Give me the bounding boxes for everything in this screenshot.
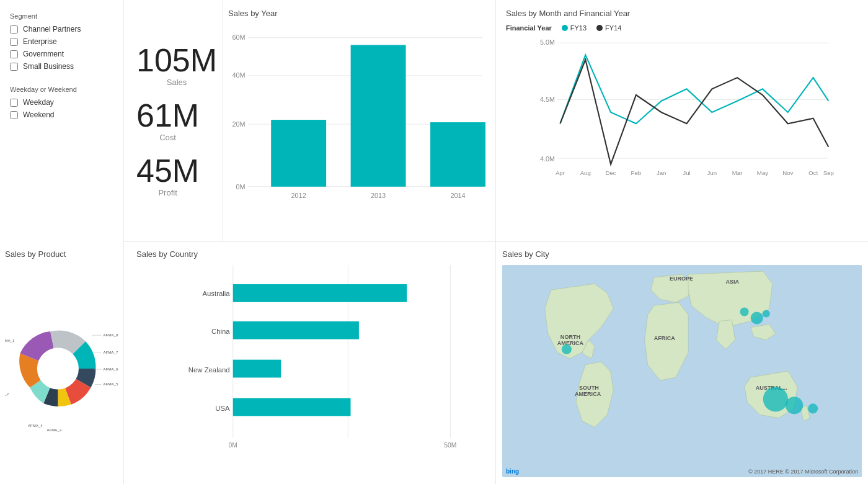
filter-enterprise[interactable]: Enterprise — [10, 37, 113, 46]
svg-text:China: China — [211, 328, 230, 335]
svg-text:AFRICA: AFRICA — [654, 335, 676, 341]
svg-text:0M: 0M — [229, 442, 237, 449]
bar-2012[interactable] — [271, 120, 326, 187]
checkbox-small-business[interactable] — [10, 63, 18, 71]
kpi-cost-label: Cost — [136, 133, 199, 142]
svg-text:Jun: Jun — [707, 169, 717, 176]
legend-dot-fy14 — [596, 25, 603, 31]
checkbox-channel-partners[interactable] — [10, 25, 18, 34]
dashboard: Segment Channel Partners Enterprise Gove… — [0, 0, 868, 489]
svg-text:Oct: Oct — [808, 169, 818, 176]
sales-by-year-chart: 60M 40M 20M 0M 2012 2013 2014 — [228, 24, 485, 223]
svg-text:SOUTH: SOUTH — [579, 385, 599, 391]
weekday-title: Weekday or Weekend — [10, 86, 113, 93]
kpi-profit: 45M Profit — [136, 155, 199, 197]
city-bubble-asia2[interactable] — [751, 312, 763, 324]
city-bubble-na[interactable] — [562, 344, 572, 354]
map-credits: © 2017 HERE © 2017 Microsoft Corporation — [748, 469, 858, 475]
sales-by-product-title: Sales by Product — [5, 249, 118, 259]
svg-text:2012: 2012 — [291, 192, 306, 199]
label-government: Government — [23, 50, 64, 58]
svg-text:ASIA: ASIA — [725, 279, 739, 285]
kpi-sales-value: 105M — [136, 44, 217, 76]
svg-text:AFMA_4: AFMA_4 — [28, 423, 43, 428]
svg-text:Jan: Jan — [657, 169, 666, 176]
svg-text:60M: 60M — [232, 34, 246, 41]
svg-text:Apr: Apr — [556, 169, 565, 176]
sales-by-country-panel: Sales by Country Australia China New Zea… — [124, 242, 496, 484]
kpi-panel: 105M Sales 61M Cost 45M Profit — [124, 0, 223, 241]
checkbox-government[interactable] — [10, 50, 18, 58]
svg-text:5.0M: 5.0M — [540, 38, 555, 46]
city-bubble-aus3[interactable] — [808, 403, 818, 413]
filter-small-business[interactable]: Small Business — [10, 62, 113, 71]
city-bubble-aus1[interactable] — [763, 387, 788, 411]
bar-new-zealand[interactable] — [233, 360, 281, 378]
city-bubble-asia3[interactable] — [763, 310, 770, 317]
checkbox-weekday[interactable] — [10, 99, 18, 107]
kpi-cost: 61M Cost — [136, 99, 199, 142]
legend-fy13: FY13 — [562, 24, 587, 32]
filter-government[interactable]: Government — [10, 50, 113, 58]
sales-by-year-title: Sales by Year — [228, 9, 485, 18]
segment-filter: Segment Channel Partners Enterprise Gove… — [10, 12, 113, 71]
svg-text:40M: 40M — [232, 71, 246, 79]
filter-weekday[interactable]: Weekday — [10, 98, 113, 107]
kpi-cost-value: 61M — [136, 99, 199, 132]
kpi-profit-value: 45M — [136, 155, 199, 187]
sales-by-year-panel: Sales by Year 60M 40M 20M 0M — [223, 0, 495, 241]
donut-chart: AFMA_8 AFMA_7 AFMA_6 AFMA_5 AFMA_4 AFMA_… — [5, 276, 118, 469]
checkbox-weekend[interactable] — [10, 111, 18, 119]
svg-text:AFMA_6: AFMA_6 — [104, 367, 118, 371]
svg-text:Jul: Jul — [683, 169, 690, 176]
svg-text:May: May — [757, 169, 768, 176]
segment-title: Segment — [10, 12, 113, 20]
svg-text:Australia: Australia — [203, 290, 231, 297]
svg-text:Feb: Feb — [631, 169, 642, 176]
sales-by-month-title: Sales by Month and Financial Year — [506, 9, 858, 18]
svg-text:EUROPE: EUROPE — [670, 276, 693, 282]
filter-channel-partners[interactable]: Channel Partners — [10, 25, 113, 34]
label-channel-partners: Channel Partners — [23, 25, 81, 34]
svg-text:Aug: Aug — [580, 169, 591, 176]
label-weekend: Weekend — [23, 110, 54, 119]
sales-by-country-chart: Australia China New Zealand USA 0M 50M — [136, 265, 483, 470]
legend-fy14: FY14 — [596, 24, 621, 32]
legend-label-fy14: FY14 — [605, 24, 621, 32]
sales-by-country-title: Sales by Country — [136, 249, 483, 259]
north-america — [545, 284, 614, 359]
svg-text:0M: 0M — [236, 183, 246, 191]
legend-title: Financial Year — [506, 24, 552, 32]
bar-2013[interactable] — [351, 45, 406, 187]
svg-text:AFMA_3: AFMA_3 — [46, 428, 61, 432]
svg-text:NORTH: NORTH — [560, 334, 580, 340]
filter-weekend[interactable]: Weekend — [10, 110, 113, 119]
sales-by-month-panel: Sales by Month and Financial Year Financ… — [496, 0, 868, 242]
svg-text:AFMA_8: AFMA_8 — [104, 333, 118, 337]
svg-text:AFMA_2: AFMA_2 — [5, 392, 9, 396]
svg-text:Sep: Sep — [823, 169, 834, 176]
sales-by-city-title: Sales by City — [502, 249, 862, 259]
legend-financial-year: Financial Year FY13 FY14 — [506, 24, 858, 32]
africa — [645, 302, 688, 380]
svg-text:AMERICA: AMERICA — [557, 340, 584, 346]
bar-china[interactable] — [233, 321, 359, 339]
svg-text:AFMA_1: AFMA_1 — [5, 338, 15, 343]
kpi-profit-label: Profit — [136, 188, 199, 197]
world-map: NORTH AMERICA EUROPE ASIA AFRICA SOUTH A… — [502, 265, 862, 477]
svg-text:20M: 20M — [232, 120, 246, 128]
city-bubble-asia1[interactable] — [740, 307, 749, 316]
label-weekday: Weekday — [23, 98, 54, 107]
legend-label-fy13: FY13 — [570, 24, 587, 32]
svg-text:2014: 2014 — [450, 192, 465, 199]
map-svg: NORTH AMERICA EUROPE ASIA AFRICA SOUTH A… — [502, 265, 862, 477]
bar-2014[interactable] — [430, 122, 485, 187]
svg-text:Nov: Nov — [782, 169, 793, 176]
svg-text:AFMA_5: AFMA_5 — [104, 382, 118, 386]
checkbox-enterprise[interactable] — [10, 38, 18, 46]
bar-usa[interactable] — [233, 398, 351, 416]
city-bubble-aus2[interactable] — [786, 397, 803, 414]
bar-australia[interactable] — [233, 284, 407, 302]
svg-text:AMERICA: AMERICA — [575, 391, 601, 397]
svg-text:4.5M: 4.5M — [540, 96, 555, 103]
